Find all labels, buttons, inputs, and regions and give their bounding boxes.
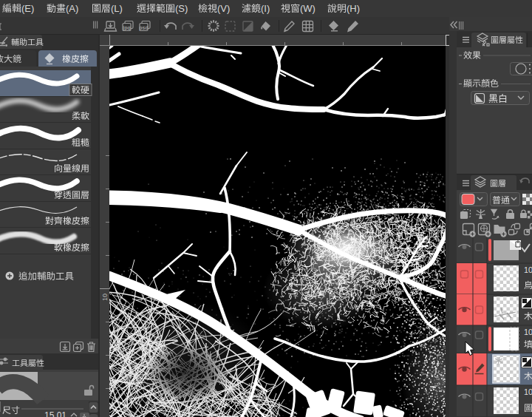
- svg-text:100: 100: [524, 265, 532, 274]
- svg-text:100: 100: [524, 387, 532, 396]
- svg-text:10: 10: [101, 294, 109, 301]
- svg-text:15.01: 15.01: [44, 410, 66, 417]
- svg-text:10: 10: [524, 328, 532, 336]
